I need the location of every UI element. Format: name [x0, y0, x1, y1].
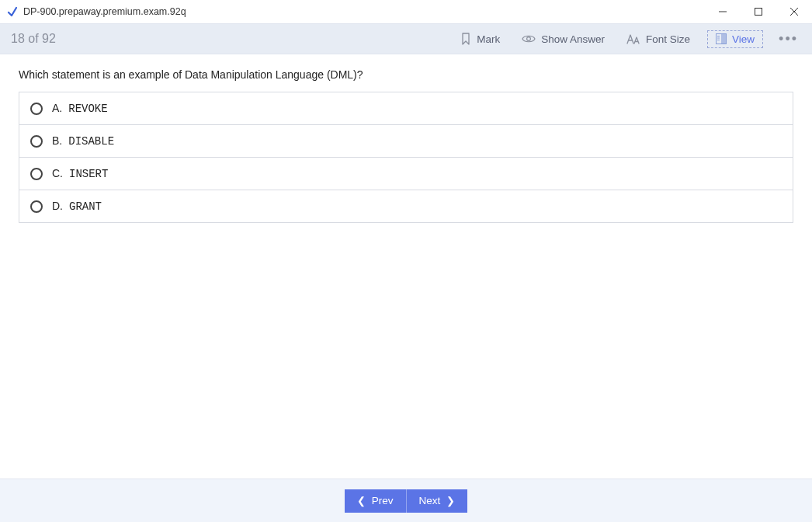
- svg-rect-1: [755, 9, 762, 16]
- svg-point-4: [527, 37, 531, 41]
- option-d[interactable]: D. GRANT: [19, 190, 793, 222]
- option-label: B. DISABLE: [52, 134, 114, 148]
- option-a[interactable]: A. REVOKE: [19, 92, 793, 125]
- svg-rect-6: [721, 34, 727, 44]
- eye-icon: [522, 34, 536, 44]
- progress-indicator: 18 of 92: [11, 32, 56, 46]
- maximize-button[interactable]: [741, 0, 776, 23]
- font-size-label: Font Size: [646, 33, 690, 45]
- view-label: View: [732, 33, 755, 45]
- radio-icon: [30, 168, 43, 180]
- window-controls: [705, 0, 812, 23]
- next-button[interactable]: Next ❯: [407, 489, 468, 513]
- font-size-button[interactable]: Font Size: [622, 30, 695, 48]
- prev-button[interactable]: ❮ Prev: [345, 489, 407, 513]
- prev-label: Prev: [372, 495, 394, 506]
- minimize-button[interactable]: [705, 0, 741, 23]
- window-title: DP-900.prepaway.premium.exam.92q: [23, 6, 186, 17]
- toolbar: 18 of 92 Mark Show Answer Font Size View: [0, 23, 812, 54]
- option-label: C. INSERT: [52, 167, 108, 180]
- radio-icon: [30, 103, 43, 115]
- chevron-right-icon: ❯: [446, 495, 455, 506]
- app-icon: [6, 5, 19, 18]
- footer: ❮ Prev Next ❯: [0, 478, 812, 522]
- bookmark-icon: [460, 33, 471, 45]
- radio-icon: [30, 200, 43, 213]
- option-label: A. REVOKE: [52, 102, 108, 115]
- option-label: D. GRANT: [52, 200, 102, 213]
- toolbar-actions: Mark Show Answer Font Size View •••: [456, 30, 801, 48]
- show-answer-label: Show Answer: [541, 33, 605, 45]
- radio-icon: [30, 135, 43, 148]
- view-icon: [716, 33, 727, 44]
- more-button[interactable]: •••: [776, 31, 801, 47]
- option-c[interactable]: C. INSERT: [19, 158, 793, 190]
- close-button[interactable]: [776, 0, 812, 23]
- show-answer-button[interactable]: Show Answer: [517, 30, 609, 48]
- question-text: Which statement is an example of Data Ma…: [19, 68, 793, 81]
- view-button[interactable]: View: [707, 30, 763, 48]
- font-size-icon: [626, 33, 640, 44]
- option-b[interactable]: B. DISABLE: [19, 125, 793, 158]
- content-area: Which statement is an example of Data Ma…: [0, 54, 812, 478]
- chevron-left-icon: ❮: [357, 495, 366, 506]
- mark-button[interactable]: Mark: [456, 30, 505, 48]
- nav-buttons: ❮ Prev Next ❯: [345, 489, 468, 513]
- options-list: A. REVOKE B. DISABLE C. INSERT D. GRANT: [19, 92, 793, 223]
- next-label: Next: [419, 495, 441, 506]
- titlebar: DP-900.prepaway.premium.exam.92q: [0, 0, 812, 23]
- mark-label: Mark: [477, 33, 500, 45]
